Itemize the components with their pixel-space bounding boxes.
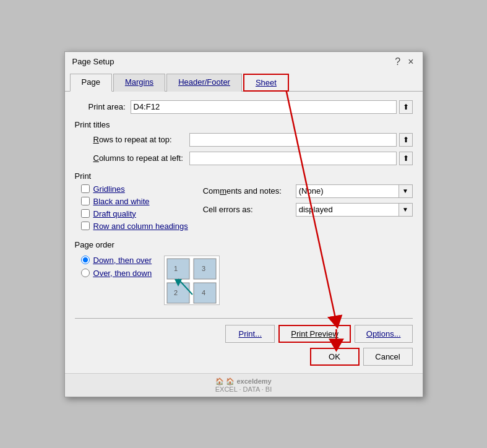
tab-header-footer-label: Header/Footer — [178, 77, 230, 87]
over-down-radio[interactable] — [81, 269, 90, 277]
cols-repeat-collapse-btn[interactable]: ⬆ — [399, 152, 413, 165]
print-titles-label: Print titles — [75, 120, 413, 129]
tab-margins[interactable]: Margins — [113, 74, 165, 92]
svg-text:1: 1 — [174, 265, 178, 272]
comments-select-wrap: (None) ▼ — [296, 184, 413, 198]
row-col-headings-checkbox[interactable] — [81, 222, 90, 230]
comments-label: Comments and notes: — [203, 186, 296, 196]
ok-button[interactable]: OK — [310, 348, 360, 366]
svg-rect-0 — [167, 259, 189, 279]
tab-page[interactable]: Page — [70, 74, 112, 92]
draft-quality-row: Draft quality — [75, 209, 188, 218]
print-button[interactable]: Print... — [225, 325, 275, 343]
tab-sheet-label: Sheet — [256, 78, 277, 87]
tabs-row: Page Margins Header/Footer Sheet — [65, 69, 423, 92]
gridlines-checkbox[interactable] — [81, 184, 90, 193]
cols-repeat-input-wrap: ⬆ — [189, 152, 413, 165]
print-right-section: Comments and notes: (None) ▼ Cell errors… — [203, 184, 413, 234]
print-titles-section: Rows to repeat at top: ⬆ Columns to repe… — [75, 133, 413, 165]
tab-margins-label: Margins — [125, 77, 153, 87]
black-white-row: Black and white — [75, 197, 188, 206]
svg-rect-2 — [167, 283, 189, 303]
page-order-svg: 1 3 2 4 — [164, 256, 220, 305]
tab-page-label: Page — [82, 77, 100, 87]
rows-repeat-input[interactable] — [189, 133, 397, 147]
comments-select[interactable]: (None) — [296, 184, 399, 198]
buttons-row: Print... Print Preview Options... — [75, 318, 413, 343]
tab-sheet[interactable]: Sheet — [243, 74, 289, 92]
cell-errors-select-wrap: displayed ▼ — [296, 203, 413, 217]
page-order-label: Page order — [75, 240, 413, 249]
down-over-radio[interactable] — [81, 256, 90, 264]
print-area-label: Print area: — [75, 102, 131, 111]
row-col-headings-row: Row and column headings — [75, 222, 188, 231]
rows-repeat-collapse-btn[interactable]: ⬆ — [399, 133, 413, 147]
cell-errors-dropdown-arrow[interactable]: ▼ — [399, 203, 413, 217]
options-button[interactable]: Options... — [355, 325, 413, 343]
gridlines-label[interactable]: Gridlines — [93, 184, 125, 194]
svg-text:4: 4 — [202, 289, 205, 296]
svg-text:3: 3 — [202, 265, 205, 272]
print-section: Gridlines Black and white Draft quality … — [75, 184, 413, 234]
page-setup-dialog: Page Setup ? × Page Margins Header/Foote… — [64, 51, 423, 397]
gridlines-row: Gridlines — [75, 184, 188, 194]
rows-repeat-row: Rows to repeat at top: ⬆ — [81, 133, 413, 147]
title-bar-controls: ? × — [392, 57, 416, 67]
row-col-headings-label[interactable]: Row and column headings — [93, 222, 188, 231]
rows-repeat-input-wrap: ⬆ — [189, 133, 413, 147]
svg-text:2: 2 — [174, 289, 178, 296]
comments-row: Comments and notes: (None) ▼ — [203, 184, 413, 198]
black-white-checkbox[interactable] — [81, 197, 90, 205]
cols-repeat-label: Columns to repeat at left: — [81, 153, 189, 163]
over-down-label[interactable]: Over, then down — [93, 269, 152, 278]
close-button[interactable]: × — [405, 57, 416, 67]
title-bar: Page Setup ? × — [65, 52, 423, 69]
footer-tagline: EXCEL · DATA · BI — [215, 386, 272, 393]
print-checkboxes: Gridlines Black and white Draft quality … — [75, 184, 188, 234]
footer-brand: 🏠 exceldemy — [226, 377, 271, 385]
dialog-content: Print area: ⬆ Print titles Rows to repea… — [65, 92, 423, 373]
print-section-label: Print — [75, 171, 413, 181]
page-order-diagram: 1 3 2 4 — [164, 256, 220, 307]
cols-repeat-input[interactable] — [189, 152, 397, 165]
black-white-label[interactable]: Black and white — [93, 197, 150, 206]
cell-errors-label: Cell errors as: — [203, 205, 296, 214]
cols-repeat-row: Columns to repeat at left: ⬆ — [81, 152, 413, 165]
print-area-input[interactable] — [131, 100, 397, 114]
draft-quality-checkbox[interactable] — [81, 209, 90, 218]
print-area-row: Print area: ⬆ — [75, 100, 413, 114]
comments-dropdown-arrow[interactable]: ▼ — [399, 184, 413, 198]
over-down-row: Over, then down — [81, 269, 152, 278]
footer-bar: 🏠 🏠 exceldemy EXCEL · DATA · BI — [65, 373, 423, 397]
footer-logo: 🏠 🏠 exceldemy — [215, 377, 271, 385]
print-area-collapse-btn[interactable]: ⬆ — [399, 100, 413, 114]
dialog-inner: Page Setup ? × Page Margins Header/Foote… — [65, 52, 423, 373]
draft-quality-label[interactable]: Draft quality — [93, 209, 136, 218]
page-order-radios: Down, then over Over, then down — [75, 256, 152, 278]
cell-errors-row: Cell errors as: displayed ▼ — [203, 203, 413, 217]
ok-cancel-row: OK Cancel — [75, 348, 413, 366]
dialog-title: Page Setup — [72, 57, 114, 66]
cancel-button[interactable]: Cancel — [363, 348, 413, 366]
rows-repeat-label: Rows to repeat at top: — [81, 135, 189, 144]
print-area-input-wrap: ⬆ — [131, 100, 413, 114]
tab-header-footer[interactable]: Header/Footer — [166, 74, 242, 92]
help-button[interactable]: ? — [392, 57, 403, 67]
down-over-label[interactable]: Down, then over — [93, 256, 152, 265]
print-preview-button[interactable]: Print Preview — [278, 325, 351, 343]
cell-errors-select[interactable]: displayed — [296, 203, 399, 217]
down-over-row: Down, then over — [81, 256, 152, 265]
page-order-section: Down, then over Over, then down — [75, 256, 413, 307]
